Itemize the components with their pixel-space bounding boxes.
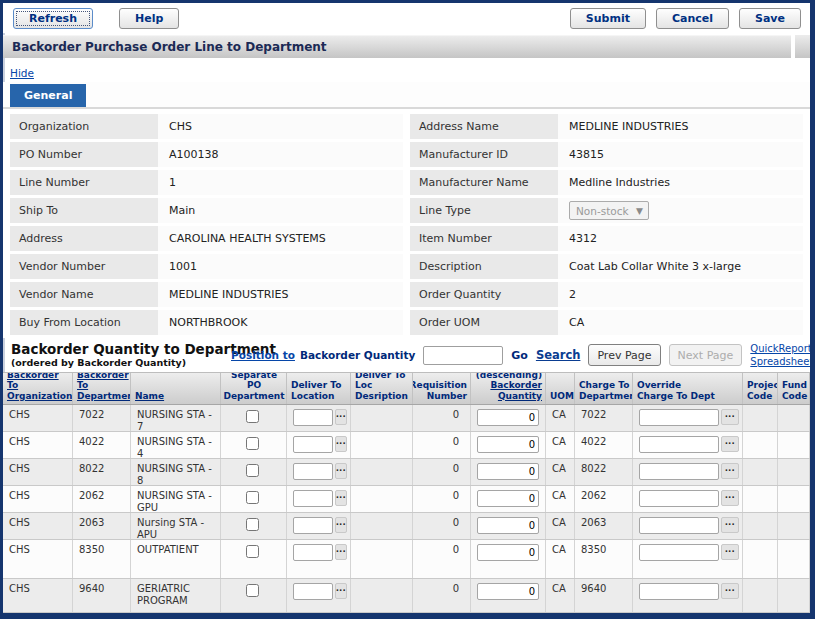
backorder-quantity-input[interactable] [477,517,539,534]
override-charge-to-dept-input[interactable] [639,517,719,534]
deliver-to-location-input[interactable] [293,544,333,561]
field-value-organization: CHS [158,114,403,139]
cell-name: Nursing STA - APU [131,513,221,539]
deliver-lookup-button[interactable]: ... [335,490,347,506]
deliver-to-location-input[interactable] [293,517,333,534]
cell-requisition-number: 0 [413,540,471,578]
backorder-quantity-input[interactable] [477,409,539,426]
cell-backorder-to-organization: CHS [3,405,73,431]
override-charge-to-dept-input[interactable] [639,463,719,480]
override-charge-to-dept-input[interactable] [639,490,719,507]
column-header-backorder-quantity[interactable]: Backorder Quantity [490,380,542,401]
form-row: Item Number4312 [410,226,803,251]
cell-fund-code [778,486,810,512]
refresh-button[interactable]: Refresh [13,8,93,29]
deliver-to-location-input[interactable] [293,463,333,480]
column-header-name[interactable]: Name [135,391,164,402]
deliver-lookup-button[interactable]: ... [335,436,347,452]
override-lookup-button[interactable]: ... [721,409,739,425]
prev-page-button[interactable]: Prev Page [588,344,660,366]
deliver-to-location-input[interactable] [293,583,333,600]
table-row: CHS 8022 NURSING STA - 8 ... 0 CA 8022 .… [3,459,810,486]
backorder-quantity-input[interactable] [477,463,539,480]
table-row: CHS 4022 NURSING STA - 4 ... 0 CA 4022 .… [3,432,810,459]
spreadsheet-link[interactable]: Spreadsheet [750,355,813,368]
field-label: Line Number [10,170,158,195]
form-row: Ship ToMain [10,198,403,223]
deliver-lookup-button[interactable]: ... [335,463,347,479]
quickreport-link[interactable]: QuickReport [750,342,813,355]
field-label: Order UOM [410,310,558,335]
override-charge-to-dept-input[interactable] [639,544,719,561]
tab-general[interactable]: General [10,84,86,107]
position-to-link[interactable]: Position to [231,349,295,361]
separate-po-checkbox[interactable] [246,410,259,423]
separate-po-checkbox[interactable] [246,464,259,477]
help-button[interactable]: Help [119,8,179,29]
field-value-order-quantity: 2 [558,282,803,307]
line-type-select[interactable]: Non-stock ▼ [569,201,649,220]
column-header-descending-note: (descending) [476,373,542,380]
override-lookup-button[interactable]: ... [721,544,739,560]
table-header-row: Backorder To Organization Backorder To D… [3,372,810,405]
backorder-quantity-input[interactable] [477,436,539,453]
field-value-vendor-name: MEDLINE INDUSTRIES [158,282,403,307]
separate-po-checkbox[interactable] [246,437,259,450]
search-link[interactable]: Search [536,348,581,362]
cancel-button[interactable]: Cancel [656,8,729,29]
cell-name: GERIATRIC PROGRAM [131,579,221,612]
go-button[interactable]: Go [511,349,528,362]
deliver-lookup-button[interactable]: ... [335,544,347,560]
separate-po-checkbox[interactable] [246,491,259,504]
cell-charge-to-department: 8350 [575,540,633,578]
column-header-backorder-to-department[interactable]: Backorder To Department [77,373,131,401]
deliver-to-location-input[interactable] [293,436,333,453]
separate-po-checkbox[interactable] [246,584,259,597]
override-charge-to-dept-input[interactable] [639,436,719,453]
submit-button[interactable]: Submit [570,8,646,29]
separate-po-checkbox[interactable] [246,545,259,558]
deliver-to-location-input[interactable] [293,490,333,507]
cell-backorder-to-department: 7022 [73,405,131,431]
cell-charge-to-department: 9640 [575,579,633,612]
cell-name: NURSING STA - 8 [131,459,221,485]
override-charge-to-dept-input[interactable] [639,409,719,426]
field-label: Item Number [410,226,558,251]
column-header-backorder-to-organization[interactable]: Backorder To Organization [7,373,72,401]
cell-fund-code [778,513,810,539]
deliver-lookup-button[interactable]: ... [335,409,347,425]
backorder-quantity-input[interactable] [477,544,539,561]
backorder-quantity-input[interactable] [477,490,539,507]
field-value-manufacturer-name: Medline Industries [558,170,803,195]
field-value-item-number: 4312 [558,226,803,251]
override-charge-to-dept-input[interactable] [639,583,719,600]
cell-uom: CA [546,579,575,612]
ellipsis-icon: ... [725,435,735,446]
deliver-to-location-input[interactable] [293,409,333,426]
form-row: OrganizationCHS [10,114,403,139]
hide-link[interactable]: Hide [10,67,34,79]
deliver-lookup-button[interactable]: ... [335,517,347,533]
next-page-button[interactable]: Next Page [669,344,743,366]
form-row: Manufacturer NameMedline Industries [410,170,803,195]
override-lookup-button[interactable]: ... [721,436,739,452]
separate-po-checkbox[interactable] [246,518,259,531]
deliver-lookup-button[interactable]: ... [335,583,347,599]
field-value-address: CAROLINA HEALTH SYSTEMS [158,226,403,251]
cell-uom: CA [546,540,575,578]
override-lookup-button[interactable]: ... [721,583,739,599]
backorder-quantity-input[interactable] [477,583,539,600]
save-button[interactable]: Save [739,8,801,29]
field-value-po-number: A100138 [158,142,403,167]
override-lookup-button[interactable]: ... [721,463,739,479]
section-subtitle: (ordered by Backorder Quantity) [11,357,223,368]
form-row: Buy From LocationNORTHBROOK [10,310,403,335]
position-to-input[interactable] [423,346,503,365]
override-lookup-button[interactable]: ... [721,517,739,533]
cell-fund-code [778,405,810,431]
field-label: PO Number [10,142,158,167]
field-label: Line Type [410,198,558,223]
override-lookup-button[interactable]: ... [721,490,739,506]
form-row: AddressCAROLINA HEALTH SYSTEMS [10,226,403,251]
cell-deliver-to-loc-description [351,513,413,539]
